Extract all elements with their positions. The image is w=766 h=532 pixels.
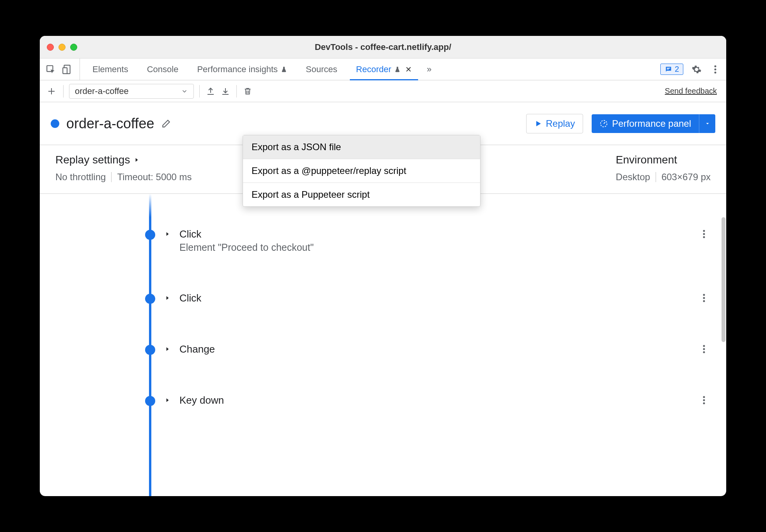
issues-count: 2 [675, 65, 679, 74]
replay-button[interactable]: Replay [526, 114, 583, 133]
replay-button-label: Replay [546, 118, 575, 129]
tab-console[interactable]: Console [138, 59, 188, 80]
new-recording-button[interactable] [45, 85, 58, 98]
step-menu-button[interactable] [703, 229, 705, 239]
minimize-window-button[interactable] [59, 44, 66, 51]
step-content: Click [179, 292, 201, 304]
expand-step-button[interactable] [165, 397, 170, 404]
chevron-down-icon [181, 88, 188, 95]
tabs-row: Elements Console Performance insights So… [40, 59, 726, 80]
device-toolbar-icon[interactable] [62, 64, 73, 75]
svg-point-3 [715, 65, 716, 67]
play-icon [534, 120, 542, 128]
recording-select[interactable]: order-a-coffee [69, 84, 194, 99]
step-dot-icon [145, 345, 155, 355]
close-icon[interactable]: ✕ [405, 65, 412, 74]
step-item[interactable]: Click [40, 285, 717, 311]
tab-elements[interactable]: Elements [83, 59, 138, 80]
step-dot-icon [145, 396, 155, 406]
environment-details: Desktop 603×679 px [616, 172, 711, 183]
tab-sources[interactable]: Sources [296, 59, 347, 80]
svg-rect-2 [63, 67, 67, 73]
export-menu-item-puppeteer[interactable]: Export as a Puppeteer script [243, 183, 480, 206]
tab-performance-insights[interactable]: Performance insights [188, 59, 296, 80]
performance-panel-button[interactable]: Performance panel [592, 114, 699, 133]
performance-panel-dropdown[interactable] [699, 114, 715, 133]
separator [656, 172, 656, 182]
step-item[interactable]: Click Element "Proceed to checkout" [40, 221, 717, 260]
inspect-element-icon[interactable] [45, 64, 56, 75]
environment-settings: Environment Desktop 603×679 px [616, 154, 711, 183]
environment-title: Environment [616, 154, 711, 166]
steps-list: Click Element "Proceed to checkout" Clic… [40, 194, 717, 413]
step-content: Click Element "Proceed to checkout" [179, 228, 314, 253]
step-menu-button[interactable] [703, 395, 705, 405]
step-dot-icon [145, 294, 155, 304]
step-menu-button[interactable] [703, 293, 705, 303]
replay-settings: Replay settings No throttling Timeout: 5… [55, 154, 192, 183]
replay-settings-label: Replay settings [55, 154, 130, 166]
step-item[interactable]: Change [40, 336, 717, 362]
timeline-fade [148, 194, 152, 217]
scrollbar-thumb[interactable] [722, 217, 725, 342]
flask-icon [394, 66, 401, 73]
replay-settings-details: No throttling Timeout: 5000 ms [55, 172, 192, 183]
export-menu: Export as a JSON file Export as a @puppe… [243, 135, 481, 207]
chevron-double-right-icon: » [427, 64, 431, 74]
more-tabs-button[interactable]: » [421, 59, 437, 80]
svg-point-10 [703, 294, 705, 296]
import-button[interactable] [220, 86, 231, 97]
kebab-menu-icon[interactable] [710, 64, 721, 75]
svg-point-7 [703, 230, 705, 232]
svg-point-8 [703, 233, 705, 235]
close-window-button[interactable] [47, 44, 54, 51]
tab-label: Console [147, 64, 179, 74]
separator [63, 85, 64, 98]
environment-label: Environment [616, 154, 677, 166]
step-dot-icon [145, 230, 155, 240]
tab-label: Performance insights [197, 64, 278, 74]
expand-step-button[interactable] [165, 294, 170, 301]
timeout-value: Timeout: 5000 ms [117, 172, 192, 183]
edit-name-button[interactable] [161, 119, 171, 129]
separator [236, 85, 237, 98]
separator [111, 172, 112, 182]
expand-step-button[interactable] [165, 346, 170, 353]
flask-icon [281, 66, 287, 73]
svg-point-16 [703, 396, 705, 398]
svg-point-11 [703, 297, 705, 299]
step-subtitle: Element "Proceed to checkout" [179, 242, 314, 253]
maximize-window-button[interactable] [70, 44, 77, 51]
step-menu-button[interactable] [703, 344, 705, 354]
step-title: Click [179, 228, 314, 240]
step-title: Key down [179, 394, 224, 406]
step-item[interactable]: Key down [40, 387, 717, 413]
chat-icon [665, 66, 672, 73]
steps-scroll[interactable]: Click Element "Proceed to checkout" Clic… [40, 194, 726, 496]
export-menu-item-label: Export as a JSON file [252, 142, 341, 152]
delete-button[interactable] [242, 86, 253, 97]
settings-gear-icon[interactable] [691, 64, 702, 75]
tab-recorder[interactable]: Recorder ✕ [347, 59, 421, 80]
svg-point-4 [715, 68, 716, 70]
devtools-window: DevTools - coffee-cart.netlify.app/ Elem… [40, 36, 726, 496]
traffic-lights [47, 44, 77, 51]
svg-point-14 [703, 348, 705, 350]
chevron-right-icon [134, 156, 139, 163]
export-button[interactable] [205, 86, 216, 97]
titlebar: DevTools - coffee-cart.netlify.app/ [40, 36, 726, 59]
inspect-tools [45, 59, 80, 80]
performance-panel-label: Performance panel [612, 118, 691, 129]
export-menu-item-puppeteer-replay[interactable]: Export as a @puppeteer/replay script [243, 159, 480, 183]
svg-point-5 [715, 71, 716, 73]
step-title: Click [179, 292, 201, 304]
replay-settings-title[interactable]: Replay settings [55, 154, 192, 166]
send-feedback-link[interactable]: Send feedback [665, 87, 717, 96]
issues-badge[interactable]: 2 [660, 64, 683, 75]
svg-point-15 [703, 351, 705, 353]
tabs-right-tools: 2 [660, 64, 721, 75]
export-menu-item-json[interactable]: Export as a JSON file [243, 135, 480, 159]
expand-step-button[interactable] [165, 231, 170, 238]
throttling-value: No throttling [55, 172, 106, 183]
recording-select-value: order-a-coffee [75, 86, 129, 96]
